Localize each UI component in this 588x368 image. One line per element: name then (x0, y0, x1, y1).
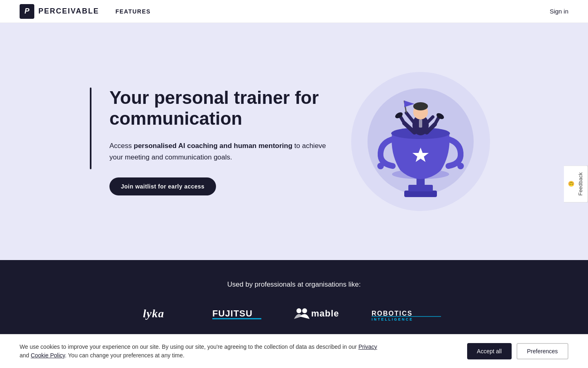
svg-text:FUJITSU: FUJITSU (212, 308, 253, 319)
sign-in-link[interactable]: Sign in (550, 8, 568, 15)
svg-rect-31 (372, 316, 441, 317)
logo[interactable]: P PERCEIVABLE (20, 4, 99, 19)
logo-text: PERCEIVABLE (38, 7, 99, 16)
svg-point-27 (302, 308, 307, 313)
privacy-link[interactable]: Privacy (359, 343, 377, 350)
cookie-text: We use cookies to improve your experienc… (20, 343, 387, 360)
mable-logo: mable (294, 305, 339, 321)
svg-point-10 (413, 102, 428, 110)
hero-divider (90, 88, 91, 169)
feedback-emoji: 😊 (568, 181, 574, 187)
partner-logos: lyka FUJITSU mable ROBOTICS (143, 305, 445, 321)
svg-marker-20 (404, 101, 414, 107)
accept-all-button[interactable]: Accept all (467, 343, 512, 359)
nav-features-link[interactable]: FEATURES (116, 8, 151, 15)
svg-text:mable: mable (311, 308, 339, 319)
preferences-button[interactable]: Preferences (517, 343, 568, 359)
navbar: P PERCEIVABLE FEATURES Sign in (0, 0, 588, 23)
svg-rect-2 (408, 185, 433, 191)
hero-title: Your personal trainer for communication (109, 88, 327, 129)
hero-content: Your personal trainer for communication … (90, 88, 327, 195)
join-waitlist-button[interactable]: Join waitlist for early access (109, 177, 216, 195)
lyka-logo: lyka (143, 306, 180, 321)
trophy-illustration (368, 80, 474, 211)
nav-left: P PERCEIVABLE FEATURES (20, 4, 151, 19)
partners-title: Used by professionals at organisations l… (227, 280, 361, 289)
svg-point-5 (457, 163, 464, 169)
feedback-label: Feedback (577, 172, 584, 195)
logo-mark: P (20, 4, 34, 19)
svg-point-26 (296, 308, 301, 313)
cookie-banner: We use cookies to improve your experienc… (0, 334, 588, 368)
svg-text:lyka: lyka (143, 307, 164, 320)
svg-line-21 (427, 117, 433, 123)
feedback-tab[interactable]: 😊 Feedback (564, 165, 588, 202)
robotics-logo: ROBOTICS INTELLIGENCE (372, 305, 445, 321)
svg-line-13 (400, 116, 404, 123)
svg-line-18 (406, 113, 414, 123)
svg-rect-11 (419, 119, 422, 128)
feedback-tab-container: 😊 Feedback (564, 165, 588, 202)
svg-line-16 (435, 117, 439, 124)
fujitsu-logo: FUJITSU (212, 306, 261, 321)
cookie-actions: Accept all Preferences (467, 343, 568, 359)
svg-rect-25 (212, 318, 261, 319)
hero-description: Access personalised AI coaching and huma… (109, 140, 327, 162)
hero-illustration (343, 64, 498, 219)
svg-rect-1 (404, 191, 437, 197)
cookie-policy-link[interactable]: Cookie Policy (31, 352, 65, 359)
hero-section: Your personal trainer for communication … (0, 23, 588, 260)
svg-text:INTELLIGENCE: INTELLIGENCE (372, 317, 413, 321)
partners-section: Used by professionals at organisations l… (0, 260, 588, 342)
hero-text-block: Your personal trainer for communication … (109, 88, 327, 195)
svg-text:ROBOTICS: ROBOTICS (372, 310, 412, 317)
svg-point-4 (377, 163, 384, 169)
